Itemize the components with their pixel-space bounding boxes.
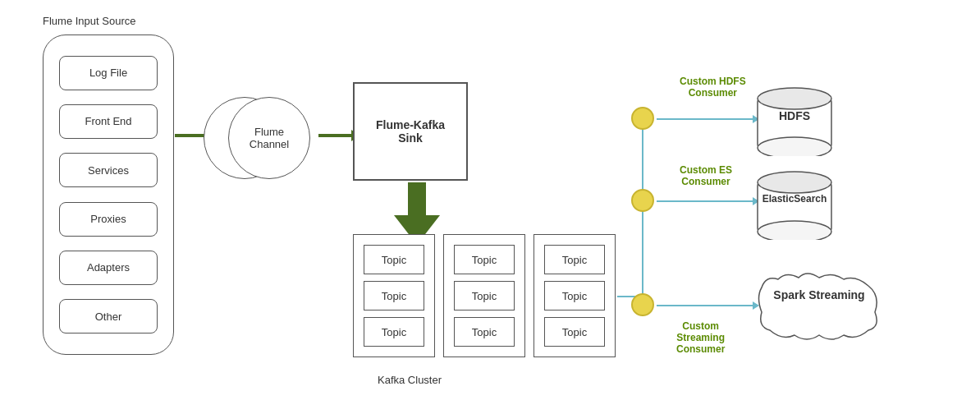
hdfs-cylinder: HDFS [753,86,836,159]
kafka-partition-3: Topic Topic Topic [534,234,616,357]
spark-label: Spark Streaming [770,288,868,302]
kafka-cluster-label: Kafka Cluster [378,374,442,386]
flume-channel-group: Flume Channel [204,97,318,179]
consumer-dot-spark [631,293,654,316]
kafka-cluster-group: Topic Topic Topic Topic Topic Topic Topi… [353,234,616,357]
hdfs-label: HDFS [753,109,836,122]
spark-svg [753,271,885,345]
arrow-channel-to-sink [318,134,353,137]
topic-2-1: Topic [454,245,515,274]
topic-3-2: Topic [544,281,605,310]
source-item-logfile: Log File [59,56,158,90]
svg-point-4 [758,172,831,193]
spark-shape: Spark Streaming [753,271,885,347]
topic-2-3: Topic [454,317,515,347]
topic-3-3: Topic [544,317,605,347]
source-item-adapters: Adapters [59,251,158,285]
es-cylinder: ElasticSearch [753,170,836,242]
topic-1-3: Topic [364,317,424,347]
es-label: ElasticSearch [753,193,836,205]
es-cylinder-svg [753,170,836,240]
flume-kafka-sink-box: Flume-Kafka Sink [353,82,468,181]
topic-2-2: Topic [454,281,515,310]
consumer-dot-es [631,189,654,212]
vertical-consumer-line [642,119,643,316]
arrow-source-to-channel [175,134,208,137]
flume-kafka-sink-label: Flume-Kafka Sink [376,118,445,145]
architecture-diagram: Flume Input Source Log File Front End Se… [0,0,980,414]
svg-point-5 [758,221,831,240]
svg-point-1 [758,88,831,109]
svg-point-2 [758,137,831,156]
source-item-proxies: Proxies [59,202,158,237]
label-es-consumer: Custom ES Consumer [680,164,732,187]
source-item-services: Services [59,153,158,187]
source-item-other: Other [59,299,158,334]
topic-3-1: Topic [544,245,605,274]
topic-1-2: Topic [364,281,424,310]
source-item-frontend: Front End [59,104,158,139]
kafka-partition-1: Topic Topic Topic [353,234,435,357]
consumer-dot-hdfs [631,107,654,130]
arrow-es [657,200,753,202]
label-spark-consumer: Custom Streaming Consumer [676,320,725,355]
arrow-hdfs [657,118,753,120]
arrow-shaft [408,182,426,215]
flume-input-source-label: Flume Input Source [43,15,135,27]
arrow-spark [657,305,753,306]
topic-1-1: Topic [364,245,424,274]
flume-channel-oval-front: Flume Channel [228,97,310,179]
kafka-partition-2: Topic Topic Topic [443,234,525,357]
input-source-box: Log File Front End Services Proxies Adap… [43,34,174,355]
label-hdfs-consumer: Custom HDFS Consumer [680,76,746,99]
